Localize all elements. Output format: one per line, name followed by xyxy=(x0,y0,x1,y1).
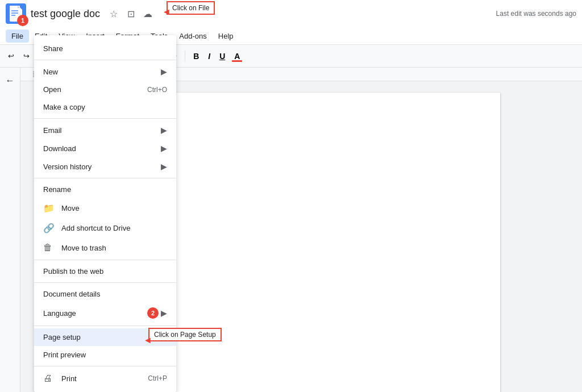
title-row: 1 test google doc ☆ ⊡ ☁ Last edit was se… xyxy=(0,0,582,27)
step2-badge: 2 xyxy=(147,307,159,319)
body-placeholder: append xyxy=(125,126,477,133)
open-shortcut: Ctrl+O xyxy=(147,86,167,94)
print-shortcut: Ctrl+P xyxy=(148,374,167,382)
menu-item-doc-details[interactable]: Document details xyxy=(34,285,176,303)
menu-item-addons[interactable]: Add-ons xyxy=(173,30,212,43)
trash-icon: 🗑 xyxy=(43,243,55,253)
menu-section-print: 🖨 Print Ctrl+P xyxy=(34,366,176,390)
menu-item-move-trash[interactable]: 🗑 Move to trash xyxy=(34,238,176,257)
text-color-btn[interactable]: A xyxy=(231,51,243,62)
menu-section-email: Email ▶ Download ▶ Version history ▶ xyxy=(34,119,176,178)
menu-section-publish: Publish to the web xyxy=(34,260,176,283)
page-setup-callout-box: Click on Page Setup xyxy=(148,328,222,341)
menu-section-rename: Rename 📁 Move 🔗 Add shortcut to Drive 🗑 … xyxy=(34,178,176,260)
publish-label: Publish to the web xyxy=(43,267,167,276)
doc-icon-wrap: 1 xyxy=(6,3,26,24)
file-callout-box: Click on File xyxy=(167,1,215,15)
menu-item-move[interactable]: 📁 Move xyxy=(34,198,176,218)
add-shortcut-label: Add shortcut to Drive xyxy=(61,224,167,232)
menu-item-share[interactable]: Share xyxy=(34,40,176,57)
italic-btn[interactable]: I xyxy=(205,51,214,62)
menu-item-email[interactable]: Email ▶ xyxy=(34,121,176,139)
last-edit-text: Last edit was seconds ago xyxy=(496,10,576,18)
open-label: Open xyxy=(43,85,147,94)
language-label: Language xyxy=(43,309,147,318)
folder-icon[interactable]: ⊡ xyxy=(124,7,138,20)
move-label: Move xyxy=(61,204,167,212)
move-icon: 📁 xyxy=(43,203,55,214)
menu-item-print-preview[interactable]: Print preview xyxy=(34,346,176,364)
menu-section-new: New ▶ Open Ctrl+O Make a copy xyxy=(34,60,176,119)
back-btn[interactable]: ← xyxy=(2,73,18,88)
menu-item-open[interactable]: Open Ctrl+O xyxy=(34,81,176,98)
menu-item-add-shortcut[interactable]: 🔗 Add shortcut to Drive xyxy=(34,218,176,238)
menu-item-publish[interactable]: Publish to the web xyxy=(34,262,176,280)
new-label: New xyxy=(43,68,161,76)
new-arrow: ▶ xyxy=(161,67,167,76)
menu-item-file[interactable]: File xyxy=(6,30,29,43)
language-arrow: ▶ xyxy=(161,308,167,318)
toolbar-divider-4 xyxy=(185,51,185,62)
menu-item-print[interactable]: 🖨 Print Ctrl+P xyxy=(34,369,176,388)
rename-label: Rename xyxy=(43,185,167,194)
menu-section-details: Document details Language 2 ▶ xyxy=(34,283,176,326)
page-setup-callout-arrow: ◄ xyxy=(143,335,152,345)
cloud-icon[interactable]: ☁ xyxy=(141,7,155,20)
print-icon: 🖨 xyxy=(43,373,55,383)
email-arrow: ▶ xyxy=(161,126,167,135)
download-label: Download xyxy=(43,144,161,153)
share-label: Share xyxy=(43,44,167,53)
shortcut-icon: 🔗 xyxy=(43,223,55,233)
menu-item-rename[interactable]: Rename xyxy=(34,181,176,198)
doc-details-label: Document details xyxy=(43,290,167,298)
print-preview-label: Print preview xyxy=(43,351,167,359)
bold-btn[interactable]: B xyxy=(190,51,202,62)
file-callout-arrow: ◄ xyxy=(162,7,171,17)
step1-badge: 1 xyxy=(17,15,28,26)
menu-item-new[interactable]: New ▶ xyxy=(34,62,176,81)
make-copy-label: Make a copy xyxy=(43,103,167,111)
email-label: Email xyxy=(43,126,161,135)
page-setup-label: Page setup xyxy=(43,333,160,341)
print-label: Print xyxy=(61,374,148,383)
menu-item-version-history[interactable]: Version history ▶ xyxy=(34,157,176,176)
title-icons: ☆ ⊡ ☁ xyxy=(107,7,155,20)
menu-section-share: Share xyxy=(34,37,176,60)
heading-placeholder: Heading xyxy=(125,115,477,124)
redo-btn[interactable]: ↪ xyxy=(20,49,33,62)
doc-title: test google doc xyxy=(31,8,100,20)
file-callout-text: Click on File xyxy=(172,4,209,12)
page-setup-callout-text: Click on Page Setup xyxy=(154,331,216,339)
version-history-label: Version history xyxy=(43,162,161,171)
menu-item-language[interactable]: Language 2 ▶ xyxy=(34,303,176,323)
undo-btn[interactable]: ↩ xyxy=(5,49,18,62)
menu-item-make-copy[interactable]: Make a copy xyxy=(34,98,176,116)
move-trash-label: Move to trash xyxy=(61,244,167,252)
menu-item-download[interactable]: Download ▶ xyxy=(34,139,176,157)
download-arrow: ▶ xyxy=(161,144,167,153)
version-history-arrow: ▶ xyxy=(161,162,167,171)
star-icon[interactable]: ☆ xyxy=(107,7,120,20)
menu-item-help[interactable]: Help xyxy=(213,30,239,43)
sidebar: ← xyxy=(0,68,20,392)
underline-btn[interactable]: U xyxy=(216,51,228,62)
